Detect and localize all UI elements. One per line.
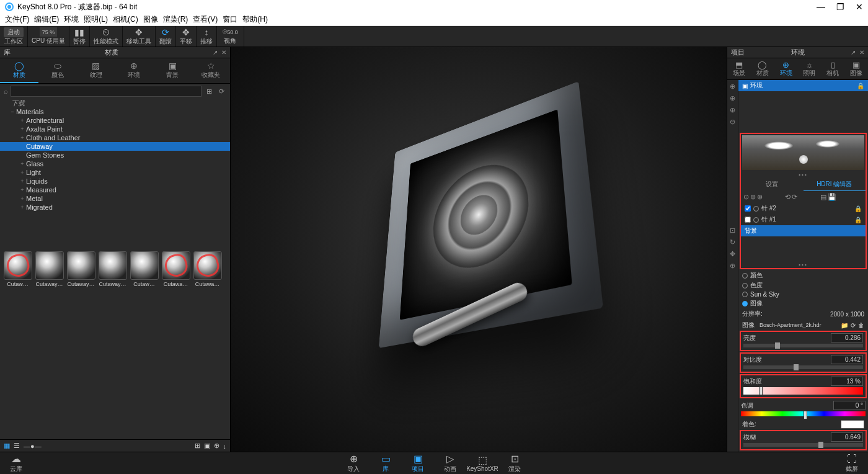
env-tool-6[interactable]: ↻ bbox=[730, 238, 735, 246]
blur-slider[interactable] bbox=[743, 443, 863, 447]
hue-value[interactable]: 0 ° bbox=[833, 401, 866, 410]
hdri-action-4[interactable]: ⟲ bbox=[785, 193, 790, 201]
footer-action-4[interactable]: ↓ bbox=[223, 442, 227, 450]
refresh-icon[interactable]: ⟳ bbox=[851, 322, 856, 329]
rtab-image[interactable]: ▣图像 bbox=[844, 58, 868, 79]
thumb-cutaway-0[interactable]: Cutaw… bbox=[2, 251, 33, 287]
drag-handle[interactable]: ••• bbox=[741, 171, 866, 178]
menu-environment[interactable]: 环境 bbox=[64, 14, 79, 25]
brightness-slider[interactable] bbox=[743, 344, 863, 347]
panel-close-icon[interactable]: ✕ bbox=[221, 49, 226, 56]
radio-sunsky[interactable]: Sun & Sky bbox=[738, 290, 868, 298]
rtab-material[interactable]: ◯材质 bbox=[751, 58, 774, 79]
hdri-action-5[interactable]: ⟳ bbox=[792, 193, 797, 201]
delete-icon[interactable]: 🗑 bbox=[858, 322, 864, 329]
thumb-cutaway-2[interactable]: Cutaway… bbox=[66, 251, 96, 287]
env-tool-2[interactable]: ⊕ bbox=[730, 94, 735, 102]
perf-mode-button[interactable]: ⏲性能模式 bbox=[90, 26, 123, 47]
hdri-action-1[interactable]: ⊙ bbox=[743, 193, 749, 201]
tab-materials[interactable]: ◯材质 bbox=[0, 58, 38, 83]
menu-window[interactable]: 窗口 bbox=[223, 14, 237, 25]
rtab-camera[interactable]: ▯相机 bbox=[821, 58, 844, 79]
render-button[interactable]: ⊡渲染 bbox=[498, 454, 531, 473]
tab-favorites[interactable]: ☆收藏夹 bbox=[192, 58, 230, 83]
saturation-slider[interactable] bbox=[743, 387, 863, 395]
rtab-lighting[interactable]: ☼照明 bbox=[797, 58, 821, 79]
move-tool-button[interactable]: ✥移动工具 bbox=[123, 26, 156, 47]
pin-2-checkbox[interactable] bbox=[745, 205, 751, 212]
screenshot-button[interactable]: ⛶截屏 bbox=[836, 454, 868, 473]
tree-metal[interactable]: +Metal bbox=[0, 194, 230, 203]
hdri-action-7[interactable]: 💾 bbox=[828, 193, 836, 201]
menu-image[interactable]: 图像 bbox=[143, 14, 158, 25]
menu-help[interactable]: 帮助(H) bbox=[242, 14, 268, 25]
hdri-preview[interactable] bbox=[742, 135, 864, 170]
hdri-action-6[interactable]: ▤ bbox=[820, 193, 826, 201]
thumb-cutaway-3[interactable]: Cutaway… bbox=[97, 251, 128, 287]
radio-image[interactable]: 图像 bbox=[738, 298, 868, 308]
folder-open-icon[interactable]: 📁 bbox=[841, 322, 848, 329]
rtab-environment[interactable]: ⊕环境 bbox=[774, 58, 798, 79]
popup-icon[interactable]: ↗ bbox=[851, 49, 856, 56]
env-tool-8[interactable]: ⊕ bbox=[730, 262, 735, 270]
footer-action-3[interactable]: ⊕ bbox=[214, 442, 219, 450]
rtab-scene[interactable]: ⬒场景 bbox=[727, 58, 751, 79]
blur-value[interactable]: 0.649 bbox=[831, 432, 863, 442]
env-tool-3[interactable]: ⊕ bbox=[730, 106, 735, 114]
tree-measured[interactable]: +Measured bbox=[0, 186, 230, 194]
pin-1-row[interactable]: 针 #1🔒 bbox=[741, 214, 866, 225]
hdri-action-2[interactable]: ⊕ bbox=[750, 193, 756, 201]
import-button[interactable]: ⊕导入 bbox=[337, 454, 370, 473]
xr-button[interactable]: ⬚KeyShotXR bbox=[466, 454, 498, 472]
menu-lighting[interactable]: 照明(L) bbox=[84, 14, 108, 25]
slider-icon[interactable]: —●— bbox=[24, 442, 42, 450]
tree-architectural[interactable]: +Architectural bbox=[0, 116, 230, 125]
thumb-cutaway-6[interactable]: Cutawa… bbox=[192, 251, 223, 287]
viewport[interactable] bbox=[231, 47, 727, 452]
pan-button[interactable]: ✥平移 bbox=[176, 26, 197, 47]
menu-edit[interactable]: 编辑(E) bbox=[34, 14, 59, 25]
popup-icon[interactable]: ↗ bbox=[213, 49, 218, 56]
env-tool-7[interactable]: ✥ bbox=[730, 250, 735, 258]
tree-gemstones[interactable]: Gem Stones bbox=[0, 151, 230, 159]
drag-handle[interactable]: ••• bbox=[741, 261, 866, 268]
contrast-slider[interactable] bbox=[743, 365, 863, 369]
hue-slider[interactable] bbox=[741, 411, 866, 416]
background-row[interactable]: 背景 bbox=[741, 225, 866, 236]
hdri-action-3[interactable]: ⊛ bbox=[757, 193, 763, 201]
workspace-button[interactable]: 启动工作区 bbox=[0, 26, 28, 47]
pin-2-row[interactable]: 针 #2🔒 bbox=[741, 203, 866, 214]
radio-gradient[interactable]: 色度 bbox=[738, 280, 868, 290]
project-button[interactable]: ▣项目 bbox=[402, 454, 434, 473]
brightness-value[interactable]: 0.286 bbox=[831, 333, 863, 342]
env-tool-4[interactable]: ⊖ bbox=[730, 118, 735, 126]
env-tool-1[interactable]: ⊕ bbox=[730, 83, 735, 91]
tree-cloth[interactable]: +Cloth and Leather bbox=[0, 133, 230, 142]
footer-action-1[interactable]: ⊞ bbox=[195, 442, 200, 450]
cpu-usage-button[interactable]: 75 %CPU 使用量 bbox=[28, 26, 69, 47]
radio-color[interactable]: 颜色 bbox=[738, 271, 868, 280]
subtab-settings[interactable]: 设置 bbox=[741, 178, 804, 191]
contrast-value[interactable]: 0.442 bbox=[831, 355, 863, 364]
tumble-button[interactable]: ⟳翻滚 bbox=[156, 26, 176, 47]
grid-view-icon[interactable]: ▦ bbox=[4, 442, 10, 450]
fov-button[interactable]: ⦾ 50.0视角 bbox=[217, 26, 244, 47]
minimize-button[interactable]: — bbox=[817, 2, 825, 12]
refresh-icon[interactable]: ⟳ bbox=[216, 87, 226, 96]
cloud-library-button[interactable]: ☁云库 bbox=[0, 454, 32, 473]
tab-textures[interactable]: ▨纹理 bbox=[77, 58, 115, 83]
footer-action-2[interactable]: ▣ bbox=[204, 442, 210, 450]
panel-close-icon[interactable]: ✕ bbox=[859, 49, 864, 56]
menu-view[interactable]: 查看(V) bbox=[193, 14, 218, 25]
env-header[interactable]: ▣环境🔒 bbox=[738, 80, 868, 91]
subtab-hdri[interactable]: HDRI 编辑器 bbox=[804, 178, 866, 191]
tab-backplates[interactable]: ▣背景 bbox=[153, 58, 192, 83]
tint-swatch[interactable] bbox=[841, 420, 864, 429]
tree-materials[interactable]: −Materials bbox=[0, 107, 230, 116]
tab-colors[interactable]: ⬭颜色 bbox=[38, 58, 77, 83]
menu-file[interactable]: 文件(F) bbox=[5, 14, 29, 25]
search-input[interactable] bbox=[11, 86, 202, 97]
tree-cutaway[interactable]: Cutaway bbox=[0, 142, 230, 151]
env-tool-5[interactable]: ⊡ bbox=[730, 226, 735, 235]
tree-glass[interactable]: +Glass bbox=[0, 159, 230, 168]
